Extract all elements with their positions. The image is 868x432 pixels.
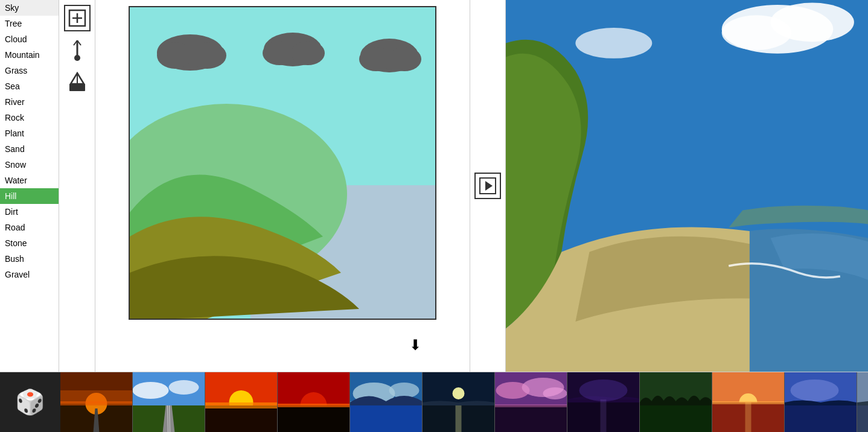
label-item-sand[interactable]: Sand	[0, 141, 59, 157]
dice-icon: 🎲	[15, 388, 45, 416]
drawing-canvas[interactable]	[129, 6, 436, 320]
label-item-hill[interactable]: Hill	[0, 188, 59, 204]
svg-rect-56	[456, 402, 462, 433]
svg-rect-41	[205, 405, 277, 433]
svg-rect-84	[857, 402, 868, 433]
svg-point-4	[74, 55, 80, 61]
new-label-button[interactable]	[64, 5, 91, 31]
thumbnail-3[interactable]	[205, 372, 278, 433]
svg-rect-80	[785, 402, 857, 433]
svg-rect-69	[640, 402, 712, 433]
thumbnail-2[interactable]	[133, 372, 205, 433]
svg-point-54	[453, 387, 465, 399]
svg-point-26	[722, 15, 791, 50]
svg-rect-45	[278, 372, 349, 405]
label-item-stone[interactable]: Stone	[0, 235, 59, 251]
label-item-mountain[interactable]: Mountain	[0, 47, 59, 63]
label-item-snow[interactable]: Snow	[0, 157, 59, 173]
thumbnail-9[interactable]	[640, 372, 712, 433]
svg-point-66	[579, 380, 628, 401]
sky-layer	[130, 7, 435, 319]
thumbnail-8[interactable]	[567, 372, 640, 433]
svg-point-61	[543, 387, 567, 399]
label-item-dirt[interactable]: Dirt	[0, 204, 59, 220]
toolbar	[59, 0, 95, 372]
svg-point-27	[575, 28, 652, 59]
svg-point-36	[169, 380, 199, 395]
svg-rect-33	[60, 390, 132, 405]
next-button[interactable]	[474, 173, 501, 199]
photo-display	[506, 0, 868, 372]
thumbnail-11[interactable]	[785, 372, 857, 433]
label-item-road[interactable]: Road	[0, 220, 59, 235]
middle-panel	[470, 0, 506, 372]
svg-rect-42	[205, 402, 277, 408]
label-item-river[interactable]: River	[0, 94, 59, 110]
svg-rect-67	[601, 399, 607, 433]
svg-rect-49	[350, 402, 422, 433]
label-item-plant[interactable]: Plant	[0, 125, 59, 141]
label-item-cloud[interactable]: Cloud	[0, 31, 59, 47]
label-item-rock[interactable]: Rock	[0, 110, 59, 125]
svg-rect-76	[745, 402, 752, 433]
download-button[interactable]: ⬇	[409, 337, 421, 354]
landscape-image	[506, 0, 868, 372]
brush-button[interactable]	[64, 37, 91, 64]
canvas-area: ⬇	[95, 0, 470, 372]
thumbnail-7[interactable]	[495, 372, 567, 433]
svg-point-79	[791, 380, 839, 401]
thumbnail-10[interactable]	[712, 372, 785, 433]
thumbnail-4[interactable]	[278, 372, 350, 433]
label-item-sky[interactable]: Sky	[0, 0, 59, 16]
label-item-sea[interactable]: Sea	[0, 78, 59, 94]
label-item-grass[interactable]: Grass	[0, 63, 59, 78]
label-list: SkyTreeCloudMountainGrassSeaRiverRockPla…	[0, 0, 59, 372]
random-button[interactable]: 🎲	[0, 372, 60, 433]
svg-marker-22	[485, 181, 493, 191]
label-item-bush[interactable]: Bush	[0, 251, 59, 267]
label-item-gravel[interactable]: Gravel	[0, 267, 59, 282]
svg-point-35	[133, 382, 169, 399]
svg-rect-46	[278, 405, 349, 433]
svg-rect-63	[495, 404, 567, 407]
svg-rect-82	[857, 372, 868, 402]
thumbnail-strip: 🎲	[0, 372, 868, 432]
label-item-water[interactable]: Water	[0, 173, 59, 188]
svg-rect-47	[278, 404, 349, 407]
thumbnail-1[interactable]	[60, 372, 133, 433]
svg-rect-62	[495, 405, 567, 433]
label-item-tree[interactable]: Tree	[0, 16, 59, 31]
fill-button[interactable]	[64, 70, 91, 97]
svg-rect-8	[69, 84, 85, 91]
thumbnail-12[interactable]	[857, 372, 868, 433]
thumbnail-5[interactable]	[350, 372, 423, 433]
thumbnail-6[interactable]	[423, 372, 495, 433]
